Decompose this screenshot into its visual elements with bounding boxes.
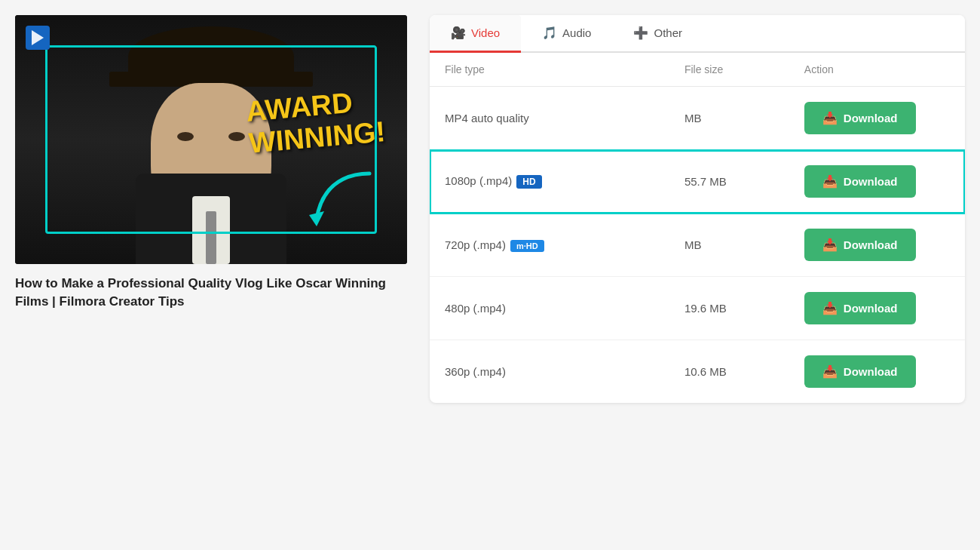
- other-tab-icon: ➕: [633, 26, 648, 40]
- header-filetype: File type: [430, 53, 669, 87]
- tab-other[interactable]: ➕ Other: [612, 15, 703, 53]
- cell-filetype: 360p (.mp4): [430, 340, 669, 404]
- download-label: Download: [844, 365, 898, 378]
- eye-right: [228, 132, 245, 141]
- cell-filesize: MB: [669, 214, 789, 277]
- video-tab-icon: 🎥: [451, 26, 466, 40]
- right-panel: 🎥 Video 🎵 Audio ➕ Other File type File s…: [430, 15, 965, 403]
- download-button[interactable]: 📥Download: [804, 292, 916, 324]
- eye-left: [177, 132, 194, 141]
- video-title: How to Make a Professional Quality Vlog …: [15, 275, 407, 311]
- tab-other-label: Other: [654, 26, 682, 39]
- audio-tab-icon: 🎵: [542, 26, 557, 40]
- cell-filesize: 19.6 MB: [669, 277, 789, 340]
- tabs-container: 🎥 Video 🎵 Audio ➕ Other: [430, 15, 965, 53]
- download-icon: 📥: [822, 301, 838, 315]
- filetype-label: 360p (.mp4): [445, 365, 506, 378]
- download-label: Download: [844, 175, 898, 188]
- table-row: 1080p (.mp4)HD55.7 MB📥Download: [430, 150, 965, 214]
- filetype-label: 720p (.mp4): [445, 238, 506, 251]
- tab-audio-label: Audio: [562, 26, 591, 39]
- table-row: MP4 auto qualityMB📥Download: [430, 87, 965, 150]
- download-icon: 📥: [822, 238, 838, 252]
- quality-badge: m·HD: [510, 240, 544, 252]
- video-thumbnail: AWARD WINNING!: [15, 15, 407, 264]
- tab-audio[interactable]: 🎵 Audio: [521, 15, 612, 53]
- download-label: Download: [844, 302, 898, 315]
- header-filesize: File size: [669, 53, 789, 87]
- cell-action: 📥Download: [789, 150, 965, 214]
- header-action: Action: [789, 53, 965, 87]
- quality-badge: HD: [516, 175, 541, 189]
- cell-action: 📥Download: [789, 340, 965, 404]
- download-label: Download: [844, 238, 898, 251]
- cell-filesize: MB: [669, 87, 789, 150]
- cell-filetype: 1080p (.mp4)HD: [430, 150, 669, 214]
- left-panel: AWARD WINNING! How: [15, 15, 407, 403]
- filmora-logo: [24, 24, 51, 51]
- award-text: AWARD WINNING!: [245, 84, 387, 159]
- cell-filesize: 55.7 MB: [669, 150, 789, 214]
- filetype-label: MP4 auto quality: [445, 112, 529, 124]
- tab-video[interactable]: 🎥 Video: [430, 15, 521, 53]
- filetype-label: 480p (.mp4): [445, 302, 506, 315]
- main-container: AWARD WINNING! How: [15, 15, 965, 403]
- download-button[interactable]: 📥Download: [804, 229, 916, 261]
- cell-action: 📥Download: [789, 214, 965, 277]
- cell-action: 📥Download: [789, 87, 965, 150]
- download-button[interactable]: 📥Download: [804, 102, 916, 134]
- filetype-label: 1080p (.mp4): [445, 174, 512, 187]
- download-label: Download: [844, 112, 898, 124]
- download-icon: 📥: [822, 174, 838, 189]
- table-row: 720p (.mp4)m·HDMB📥Download: [430, 214, 965, 277]
- download-icon: 📥: [822, 111, 838, 125]
- cell-filetype: MP4 auto quality: [430, 87, 669, 150]
- table-row: 480p (.mp4)19.6 MB📥Download: [430, 277, 965, 340]
- cell-filesize: 10.6 MB: [669, 340, 789, 404]
- download-icon: 📥: [822, 364, 838, 379]
- table-row: 360p (.mp4)10.6 MB📥Download: [430, 340, 965, 404]
- cell-filetype: 720p (.mp4)m·HD: [430, 214, 669, 277]
- cell-action: 📥Download: [789, 277, 965, 340]
- download-button[interactable]: 📥Download: [804, 355, 916, 388]
- download-table: File type File size Action MP4 auto qual…: [430, 53, 965, 403]
- cell-filetype: 480p (.mp4): [430, 277, 669, 340]
- download-button[interactable]: 📥Download: [804, 165, 916, 198]
- tab-video-label: Video: [471, 26, 500, 39]
